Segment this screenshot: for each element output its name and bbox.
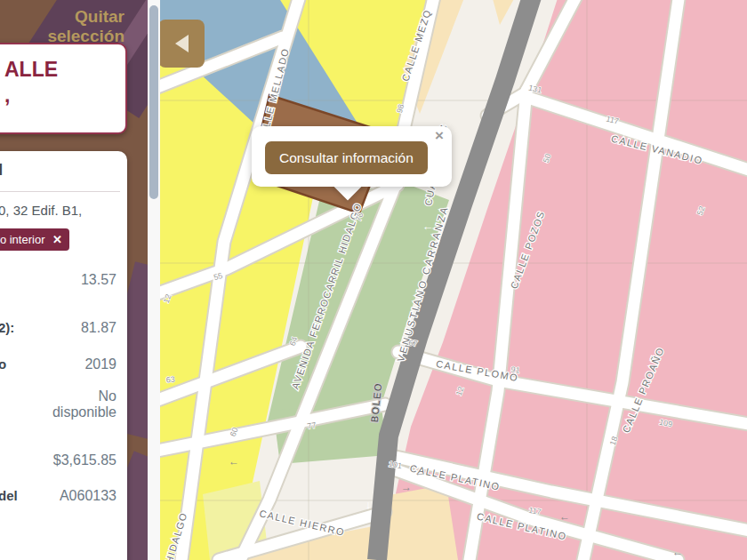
consult-info-button[interactable]: Consultar información [265,141,428,174]
row-value: No disponible [45,388,116,420]
scrollbar-thumb[interactable] [149,5,158,199]
sidebar-scrollbar[interactable] [148,0,160,560]
popup-close-icon[interactable]: × [435,128,444,144]
info-card-heading: l [0,160,116,180]
arrow-left-icon: ← [559,510,570,523]
info-row: 13.57 [0,272,116,288]
row-label: del [0,488,18,503]
info-row: No disponible [0,388,116,420]
sidebar-panel: Quitar selección ALLE , l 0, 32 Edif. B1… [0,0,148,560]
info-row: $3,615.85 [0,452,116,468]
map-popup: × Consultar información [252,126,452,187]
title-line-2: , [4,83,116,108]
map-canvas[interactable]: CALLE MELLADO CALLE MEZQ AVENIDA FERROCA… [148,0,747,560]
address-text: 0, 32 Edif. B1, [0,203,116,218]
collapse-sidebar-button[interactable] [158,20,205,68]
map-svg: CALLE MELLADO CALLE MEZQ AVENIDA FERROCA… [160,0,747,560]
house-number: 63 [165,375,175,385]
info-row: del A060133 [0,488,116,504]
arrow-left-icon: ← [414,466,425,478]
arrow-down-icon: ↓ [365,498,372,511]
row-label: 2): [0,320,14,335]
badge-remove-icon[interactable]: ✕ [52,233,62,246]
house-number: 91 [510,364,521,375]
row-value: A060133 [60,488,116,504]
row-label: o [0,356,6,372]
title-card: ALLE , [0,43,127,134]
row-value: 2019 [84,356,116,372]
row-value: 81.87 [81,320,116,336]
info-card: l 0, 32 Edif. B1, otro interior ✕ 13.57 … [0,151,127,560]
row-value: 13.57 [81,272,116,288]
house-number: 67 [408,338,419,348]
title-line-1: ALLE [4,57,116,83]
info-row: o 2019 [0,356,116,372]
clear-selection-button[interactable]: Quitar selección [0,7,124,46]
arrow-left-icon: ← [422,220,434,233]
badge-label: otro interior [0,233,44,246]
row-value: $3,615.85 [53,452,116,468]
arrow-right-icon: → [401,481,412,493]
info-row: 2): 81.87 [0,320,116,336]
arrow-left-icon: ← [229,455,239,468]
house-number: 77 [307,420,317,431]
divider [0,191,120,192]
interior-badge: otro interior ✕ [0,228,69,251]
chevron-left-icon [175,35,189,52]
parcel-cream-top[interactable] [492,0,516,25]
arrow-left-icon: ← [672,546,683,558]
